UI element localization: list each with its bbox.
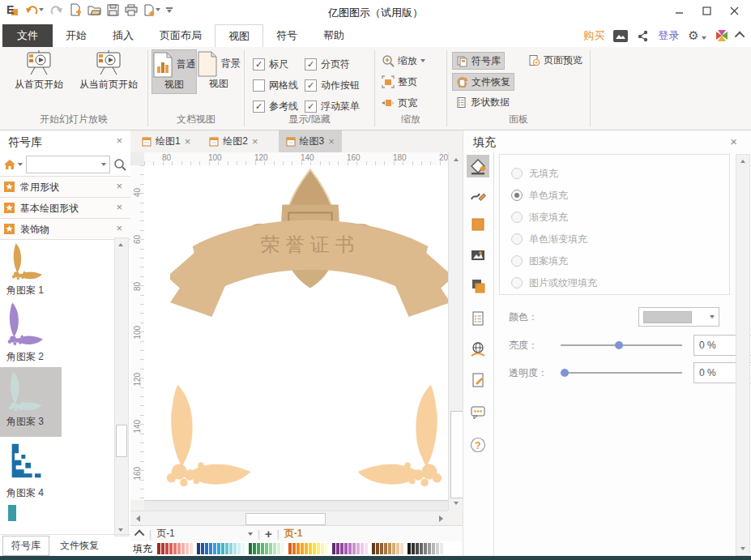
palette-swatch[interactable]: [321, 543, 324, 554]
section-close-icon[interactable]: ×: [116, 202, 122, 212]
symbol-search-box[interactable]: [26, 156, 110, 173]
palette-swatch[interactable]: [356, 543, 360, 554]
comment-icon[interactable]: [467, 401, 489, 424]
shape-corner-pattern-1[interactable]: 角图案 1: [6, 242, 49, 297]
palette-swatch[interactable]: [332, 543, 335, 554]
brightness-slider-handle[interactable]: [615, 341, 623, 349]
share-icon[interactable]: [637, 29, 649, 41]
export-image-icon[interactable]: [613, 29, 628, 41]
palette-swatch[interactable]: [424, 543, 427, 554]
symbol-library-panel-button[interactable]: 符号库: [452, 52, 505, 70]
menu-tab-view[interactable]: 视图: [215, 24, 263, 48]
bottom-tab-file-recovery[interactable]: 文件恢复: [52, 536, 107, 555]
sidebar-scroll-thumb[interactable]: [116, 425, 127, 457]
menu-tab-help[interactable]: 帮助: [310, 24, 357, 47]
scroll-up-icon[interactable]: [736, 155, 749, 168]
palette-swatch[interactable]: [288, 543, 292, 554]
palette-swatch[interactable]: [392, 543, 395, 554]
doc-tab-drawing3[interactable]: 绘图3×: [279, 130, 342, 152]
section-close-icon[interactable]: ×: [116, 181, 122, 191]
menu-tab-insert[interactable]: 插入: [100, 24, 147, 47]
palette-swatch[interactable]: [169, 543, 173, 554]
attachment-note-icon[interactable]: [467, 369, 489, 391]
drawing-page[interactable]: 荣誉证书: [144, 165, 448, 500]
doc-tab-drawing1[interactable]: 绘图1×: [134, 130, 198, 152]
palette-swatch[interactable]: [301, 543, 304, 554]
shape-corner-pattern-4[interactable]: 角图案 4: [6, 442, 47, 500]
palette-swatch[interactable]: [365, 543, 368, 554]
palette-swatch[interactable]: [261, 543, 264, 554]
palette-swatch[interactable]: [297, 543, 300, 554]
bottom-tab-symbol-library[interactable]: 符号库: [2, 536, 49, 556]
background-view-button[interactable]: 背景视图: [197, 49, 241, 92]
scroll-up-icon[interactable]: [115, 238, 126, 250]
page-width-button[interactable]: 页宽: [382, 95, 417, 111]
menu-tab-file[interactable]: 文件: [2, 24, 53, 47]
palette-swatch[interactable]: [428, 543, 431, 554]
scroll-left-icon[interactable]: [131, 512, 144, 525]
certificate-banner-shape[interactable]: 荣誉证书: [170, 166, 448, 327]
palette-swatch[interactable]: [197, 543, 200, 554]
library-section-basic-shapes[interactable]: 基本绘图形状 ×: [0, 197, 130, 219]
palette-swatch[interactable]: [181, 543, 185, 554]
search-button[interactable]: [113, 158, 126, 171]
shape-color-icon[interactable]: [467, 213, 489, 236]
tab-close-icon[interactable]: ×: [328, 136, 335, 147]
palette-swatch[interactable]: [161, 543, 164, 554]
palette-swatch[interactable]: [277, 543, 280, 554]
v-scroll-thumb[interactable]: [450, 411, 463, 498]
scroll-right-icon[interactable]: [434, 512, 447, 525]
palette-swatch[interactable]: [292, 543, 296, 554]
palette-swatch[interactable]: [265, 543, 268, 554]
h-scroll-thumb[interactable]: [245, 513, 326, 525]
menu-tab-symbol[interactable]: 符号: [263, 24, 310, 47]
canvas-horizontal-scrollbar[interactable]: [130, 511, 448, 526]
palette-swatch[interactable]: [177, 543, 181, 554]
shape-data-panel-button[interactable]: 形状数据: [452, 94, 513, 110]
palette-swatch[interactable]: [273, 543, 276, 554]
tab-close-icon[interactable]: ×: [252, 136, 258, 147]
checkbox-ruler[interactable]: 标尺: [253, 58, 305, 71]
collapse-ribbon-icon[interactable]: [737, 30, 745, 41]
buy-button[interactable]: 购买: [583, 28, 604, 43]
option-no-fill[interactable]: 无填充: [511, 166, 558, 181]
palette-swatch[interactable]: [173, 543, 177, 554]
page-dropdown[interactable]: 页-1: [156, 527, 175, 541]
palette-swatch[interactable]: [325, 543, 328, 554]
palette-swatch[interactable]: [249, 543, 252, 554]
palette-swatch[interactable]: [281, 543, 284, 554]
search-input[interactable]: [27, 156, 100, 171]
scroll-up-icon[interactable]: [450, 153, 463, 166]
palette-swatch[interactable]: [313, 543, 316, 554]
checkbox-page-break[interactable]: 分页符: [305, 58, 373, 71]
settings-gear-icon[interactable]: ⚙: [688, 29, 706, 42]
option-single-gradient-fill[interactable]: 单色渐变填充: [511, 232, 587, 246]
palette-swatch[interactable]: [361, 543, 364, 554]
palette-swatch[interactable]: [416, 543, 419, 554]
option-solid-fill[interactable]: 单色填充: [511, 188, 568, 203]
option-pattern-fill[interactable]: 图案填充: [511, 254, 568, 268]
panel-scrollbar[interactable]: [736, 154, 750, 556]
palette-swatch[interactable]: [257, 543, 260, 554]
palette-swatch[interactable]: [412, 543, 415, 554]
start-from-first-page-button[interactable]: 从首页开始: [5, 50, 73, 92]
add-page-button[interactable]: +: [265, 528, 272, 540]
checkbox-gridlines[interactable]: 网格线: [253, 79, 305, 92]
palette-swatch[interactable]: [384, 543, 387, 554]
menu-tab-page-layout[interactable]: 页面布局: [147, 24, 215, 47]
palette-swatch[interactable]: [190, 543, 193, 554]
menu-tab-home[interactable]: 开始: [53, 24, 100, 47]
hyperlink-globe-icon[interactable]: [467, 338, 489, 361]
whole-page-button[interactable]: 整页: [382, 74, 417, 90]
palette-swatch[interactable]: [400, 543, 403, 554]
layers-icon[interactable]: [467, 275, 489, 297]
file-recovery-panel-button[interactable]: 文件恢复: [452, 73, 514, 91]
palette-swatch[interactable]: [420, 543, 423, 554]
normal-view-button[interactable]: 普通视图: [151, 49, 197, 94]
library-section-common-shapes[interactable]: 常用形状 ×: [0, 176, 130, 198]
palette-swatch[interactable]: [396, 543, 399, 554]
palette-swatch[interactable]: [201, 543, 204, 554]
shape-corner-pattern-3[interactable]: 角图案 3: [6, 370, 45, 429]
palette-swatch[interactable]: [372, 543, 375, 554]
checkbox-guides[interactable]: 参考线: [253, 100, 305, 113]
